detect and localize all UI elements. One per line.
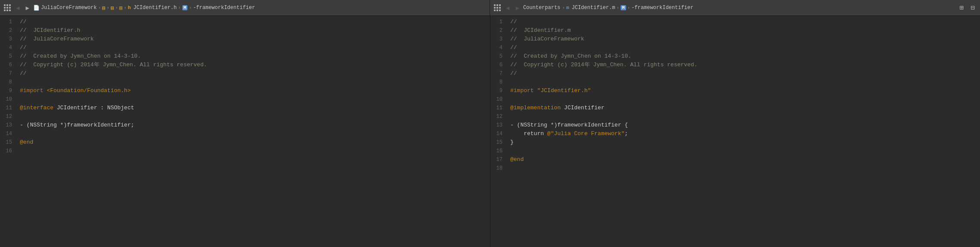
line-number: 12 (490, 112, 507, 121)
left-code-area[interactable]: 12345678910111213141516 //// JCIdentifie… (0, 16, 490, 247)
code-line: #import "JCIdentifier.h" (510, 86, 977, 95)
code-line: @interface JCIdentifier : NSObject (20, 104, 487, 112)
sep3: › (115, 5, 118, 10)
line-number: 10 (0, 95, 16, 104)
h-file-icon: h (128, 5, 131, 10)
code-line: #import <Foundation/Foundation.h> (20, 86, 487, 95)
code-token: @end (510, 155, 524, 164)
code-token: // (20, 69, 27, 78)
code-token: "JCIdentifier.h" (537, 86, 591, 95)
grid-icon-right (494, 4, 501, 11)
code-token: // JCIdentifier.m (510, 26, 571, 35)
code-line: // (20, 18, 487, 26)
project-icon: 📄 (33, 5, 40, 11)
counterparts-label[interactable]: Counterparts (523, 5, 560, 11)
code-line (20, 130, 487, 138)
editors: 12345678910111213141516 //// JCIdentifie… (0, 16, 980, 247)
breadcrumb-method-left-label: -frameworkIdentifier (193, 5, 255, 11)
breadcrumb-method-left[interactable]: -frameworkIdentifier (193, 5, 255, 11)
line-number: 11 (490, 104, 507, 112)
code-line: - (NSString *)frameworkIdentifier; (20, 121, 487, 130)
left-code-content[interactable]: //// JCIdentifier.h// JuliaCoreFramework… (16, 16, 490, 247)
grid-menu-button-right[interactable] (493, 3, 502, 12)
line-number: 1 (0, 18, 16, 26)
line-number: 4 (490, 43, 507, 52)
breadcrumb-method-marker-left[interactable]: M (182, 5, 188, 10)
code-token: ; (624, 130, 628, 138)
sep-r1: › (562, 5, 565, 10)
grid-menu-button[interactable] (3, 3, 12, 12)
line-number: 7 (0, 69, 16, 78)
breadcrumb-method-right-label: -frameworkIdentifier (631, 5, 693, 11)
breadcrumb-file-h[interactable]: h JCIdentifier.h (128, 5, 177, 11)
back-arrow-right[interactable]: ◀ (504, 3, 512, 12)
method-marker-icon-right: M (621, 5, 626, 10)
breadcrumb-project[interactable]: 📄 JuliaCoreFramework (33, 5, 97, 11)
toolbar: ◀ ▶ 📄 JuliaCoreFramework › ▤ › ▤ › ▤ (0, 0, 980, 16)
line-number: 5 (0, 52, 16, 61)
sep6: › (189, 5, 192, 10)
breadcrumb-folder3[interactable]: ▤ (119, 5, 122, 11)
code-line: return @"Julia Core Framework"; (510, 130, 977, 138)
code-token (534, 86, 537, 95)
toolbar-left: ◀ ▶ 📄 JuliaCoreFramework › ▤ › ▤ › ▤ (0, 0, 490, 15)
line-number: 18 (490, 164, 507, 173)
sep-r2: › (616, 5, 619, 10)
right-line-numbers: 123456789101112131415161718 (490, 16, 507, 247)
code-line (20, 78, 487, 86)
split-add-button[interactable]: ⊞ (957, 3, 966, 12)
code-line: // (510, 43, 977, 52)
code-token: @implementation (510, 104, 561, 112)
code-line (510, 164, 977, 173)
breadcrumb-folder1[interactable]: ▤ (102, 5, 105, 11)
sep-r3: › (627, 5, 630, 10)
code-line: // Copyright (c) 2014年 Jymn_Chen. All ri… (510, 61, 977, 69)
breadcrumb-right: › m JCIdentifier.m › M › -frameworkIdent… (562, 5, 955, 11)
right-code-area[interactable]: 123456789101112131415161718 //// JCIdent… (490, 16, 980, 247)
breadcrumb-file-m[interactable]: m JCIdentifier.m (566, 5, 615, 11)
breadcrumb-file-m-label: JCIdentifier.m (572, 5, 615, 11)
back-arrow[interactable]: ◀ (14, 3, 22, 12)
code-line: // JCIdentifier.h (20, 26, 487, 35)
code-line (510, 112, 977, 121)
line-number: 5 (490, 52, 507, 61)
code-line (510, 147, 977, 155)
code-token: // (20, 43, 27, 52)
code-token: - (NSString *)frameworkIdentifier { (510, 121, 628, 130)
split-close-button[interactable]: ⊟ (968, 3, 977, 12)
code-line (20, 147, 487, 155)
sep5: › (178, 5, 181, 10)
breadcrumb-method-marker-right[interactable]: M (621, 5, 626, 10)
code-line: @end (20, 138, 487, 147)
code-token: return (510, 130, 547, 138)
line-number: 2 (490, 26, 507, 35)
code-token: <Foundation/Foundation.h> (47, 86, 131, 95)
method-marker-icon-left: M (182, 5, 188, 10)
code-line: // Created by Jymn_Chen on 14-3-10. (20, 52, 487, 61)
line-number: 3 (490, 35, 507, 43)
code-token: // JuliaCoreFramework (20, 35, 94, 43)
code-token (44, 86, 47, 95)
code-token: // JCIdentifier.h (20, 26, 80, 35)
left-line-numbers: 12345678910111213141516 (0, 16, 16, 247)
sep1: › (98, 5, 101, 10)
code-token: // Created by Jymn_Chen on 14-3-10. (20, 52, 141, 61)
sep4: › (124, 5, 127, 10)
code-line: // Created by Jymn_Chen on 14-3-10. (510, 52, 977, 61)
line-number: 15 (0, 138, 16, 147)
forward-arrow[interactable]: ▶ (23, 3, 31, 12)
code-line (510, 95, 977, 104)
forward-arrow-right[interactable]: ▶ (513, 3, 521, 12)
m-file-icon: m (566, 5, 569, 10)
line-number: 3 (0, 35, 16, 43)
breadcrumb-folder2[interactable]: ▤ (111, 5, 114, 11)
breadcrumb-method-right[interactable]: -frameworkIdentifier (631, 5, 693, 11)
line-number: 8 (490, 78, 507, 86)
left-editor-pane: 12345678910111213141516 //// JCIdentifie… (0, 16, 490, 247)
line-number: 7 (490, 69, 507, 78)
line-number: 11 (0, 104, 16, 112)
code-line: // Copyright (c) 2014年 Jymn_Chen. All ri… (20, 61, 487, 69)
line-number: 17 (490, 155, 507, 164)
code-token: // (510, 69, 517, 78)
right-code-content[interactable]: //// JCIdentifier.m// JuliaCoreFramework… (507, 16, 980, 247)
